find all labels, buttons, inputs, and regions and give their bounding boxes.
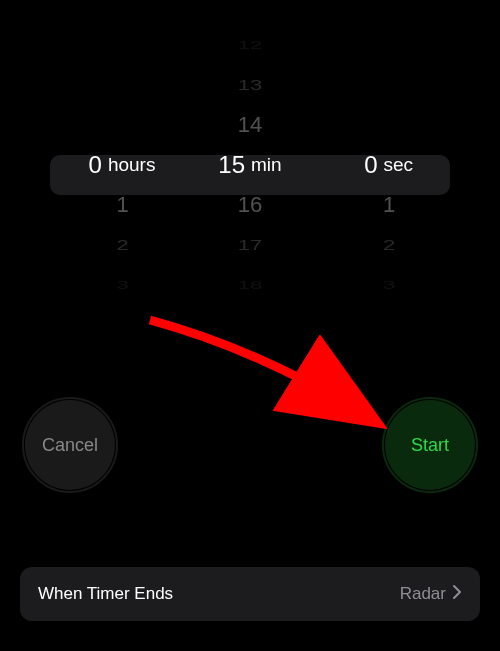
seconds-unit: sec: [384, 154, 414, 176]
seconds-value: 0: [354, 151, 378, 179]
when-timer-ends-value: Radar: [400, 584, 446, 604]
minutes-unit: min: [251, 154, 282, 176]
hours-selected: 0 hours: [50, 145, 183, 185]
when-timer-ends-label: When Timer Ends: [38, 584, 173, 604]
timer-panel: . . . 0 hours 1 2 3 12 13 14 15 min: [0, 0, 500, 651]
chevron-right-icon: [452, 584, 462, 605]
seconds-below-3: 3: [317, 275, 450, 295]
seconds-below-1: 1: [317, 185, 450, 225]
seconds-column[interactable]: . . . 0 sec 1 2 3: [317, 25, 450, 305]
minutes-above-3: 14: [183, 105, 316, 145]
seconds-selected: 0 sec: [317, 145, 450, 185]
minutes-below-3: 18: [183, 275, 316, 295]
minutes-above-1: 12: [183, 35, 316, 55]
hours-below-3: 3: [50, 275, 183, 295]
when-timer-ends-row[interactable]: When Timer Ends Radar: [20, 567, 480, 621]
minutes-value: 15: [218, 151, 245, 179]
minutes-column[interactable]: 12 13 14 15 min 16 17 18: [183, 25, 316, 305]
hours-value: 0: [78, 151, 102, 179]
seconds-below-2: 2: [317, 231, 450, 259]
minutes-below-1: 16: [183, 185, 316, 225]
start-button[interactable]: Start: [385, 400, 475, 490]
minutes-above-2: 13: [183, 71, 316, 99]
cancel-button[interactable]: Cancel: [25, 400, 115, 490]
hours-column[interactable]: . . . 0 hours 1 2 3: [50, 25, 183, 305]
button-row: Cancel Start: [0, 400, 500, 490]
cancel-label: Cancel: [42, 435, 98, 456]
hours-unit: hours: [108, 154, 156, 176]
time-picker: . . . 0 hours 1 2 3 12 13 14 15 min: [50, 25, 450, 305]
minutes-selected: 15 min: [183, 145, 316, 185]
start-label: Start: [411, 435, 449, 456]
hours-below-2: 2: [50, 231, 183, 259]
hours-below-1: 1: [50, 185, 183, 225]
minutes-below-2: 17: [183, 231, 316, 259]
